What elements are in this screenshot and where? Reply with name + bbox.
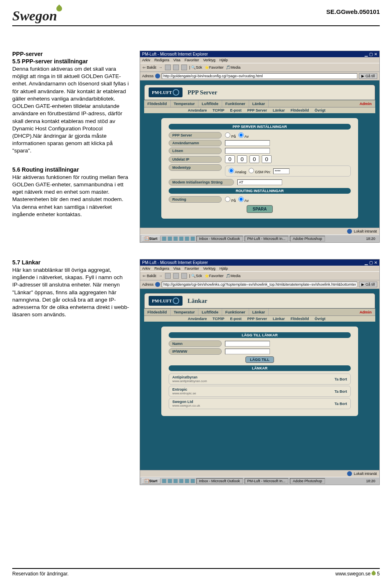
ip-d[interactable] <box>262 155 272 163</box>
zone-icon <box>347 229 352 234</box>
page-title-2: Länkar <box>187 298 207 304</box>
window-titlebar-2: PM-Luft - Microsoft Internet Explorer ▁ … <box>140 260 379 266</box>
menu-redigera[interactable]: Redigera <box>154 58 169 62</box>
address-bar-2[interactable]: Adress ▶ Gå till <box>140 280 379 289</box>
ip-a[interactable] <box>225 155 235 163</box>
links-header: LÄNKAR <box>169 365 351 371</box>
subtab-epost[interactable]: E-post <box>227 107 245 113</box>
tab-luftflode[interactable]: Luftflöde <box>198 100 222 107</box>
ie-icon <box>155 74 160 78</box>
tab-funktioner[interactable]: Funktioner <box>222 100 249 107</box>
label-routing: Routing <box>169 196 222 203</box>
windows-taskbar-2[interactable]: 🪟Start Inbox - Microsoft Outlook PM-Luft… <box>140 477 379 485</box>
task-pmluft[interactable]: PM-Luft - Microsoft In... <box>245 236 289 242</box>
radio-ppp-pa[interactable]: På <box>225 132 236 139</box>
menubar[interactable]: Arkiv Redigera Visa Favoriter Verktyg Hj… <box>140 57 379 63</box>
go-button-2[interactable]: ▶ Gå till <box>359 282 377 287</box>
radio-routing-pa[interactable]: På <box>225 197 236 203</box>
start-button[interactable]: 🪟Start <box>142 236 160 242</box>
section-5-5-title: 5.5 PPP-server inställningar <box>12 58 131 65</box>
label-pppserver: PPP Server <box>169 132 222 139</box>
tab-flodesbild[interactable]: Flödesbild <box>144 100 171 107</box>
radio-gsm[interactable]: GSM Pin: <box>249 168 271 174</box>
menu-verktyg[interactable]: Verktyg <box>203 58 215 62</box>
menu-favoriter[interactable]: Favoriter <box>185 58 199 62</box>
window-title: PM-Luft - Microsoft Internet Explorer <box>142 52 208 56</box>
link-name[interactable]: Antipiratbyran <box>172 375 198 379</box>
link-row: Entropicwww.entropic.se Ta Bort <box>169 386 351 397</box>
pmluft-logo: PM·LUFT <box>149 87 183 97</box>
section-routing-header: ROUTING INSTÄLLNINGAR <box>169 188 351 194</box>
url-input-2[interactable] <box>162 282 357 287</box>
taskbar-clock: 18:20 <box>363 236 378 241</box>
tab-lankar[interactable]: Länkar <box>249 100 269 107</box>
menubar-2[interactable]: Arkiv Redigera Visa Favoriter Verktyg Hj… <box>140 266 379 271</box>
label-username: Användarnamn <box>169 140 222 146</box>
browser-toolbar-2[interactable]: ⇦ Bakåt → | 🔍Sök ⭐Favoriter 🎵Media <box>140 271 379 280</box>
home-icon[interactable] <box>181 65 187 70</box>
input-password[interactable] <box>225 148 270 154</box>
section-5-6-body: Här aktiveras funktionen för routing mel… <box>12 174 131 218</box>
left-text-column-2: 5.7 Länkar Här kan snabblänkar till övri… <box>12 259 131 485</box>
screenshot-links: PM-Luft - Microsoft Internet Explorer ▁ … <box>140 259 380 485</box>
windows-taskbar[interactable]: 🪟Start Inbox - Microsoft Outlook PM-Luft… <box>140 235 379 242</box>
input-ipwww[interactable] <box>225 349 270 354</box>
go-button[interactable]: ▶ Gå till <box>359 73 377 79</box>
subtab-anvandare[interactable]: Användare <box>185 107 210 113</box>
radio-analog[interactable]: Analog <box>229 168 246 174</box>
ip-b[interactable] <box>237 155 247 163</box>
radio-routing-av[interactable]: Av <box>238 197 249 203</box>
url-input[interactable] <box>162 73 357 79</box>
input-linkname[interactable] <box>225 341 270 347</box>
subtab-ovrigt[interactable]: Övrigt <box>312 107 328 113</box>
input-modem-init[interactable] <box>237 179 282 185</box>
delete-link[interactable]: Ta Bort <box>334 377 347 381</box>
address-label: Adress <box>142 74 154 78</box>
search-button[interactable]: Sök <box>196 65 202 69</box>
page-viewport: PM·LUFT PPP Server Flödesbild Temperatur… <box>140 81 379 228</box>
stop-icon[interactable] <box>165 65 171 70</box>
subtab-flodesbild[interactable]: Flödesbild <box>287 107 312 113</box>
window-controls[interactable]: ▁ ▢ ✕ <box>365 52 377 56</box>
menu-hjalp[interactable]: Hjälp <box>219 58 228 62</box>
favorites-button[interactable]: Favoriter <box>209 65 224 69</box>
ie-icon-2 <box>155 282 160 287</box>
input-username[interactable] <box>225 140 270 146</box>
sub-tabs-2[interactable]: Användare TCP/IP E-post PPP Server Länka… <box>144 316 375 322</box>
sub-tabs[interactable]: Användare TCP/IP E-post PPP Server Länka… <box>144 107 375 113</box>
window-title-2: PM-Luft - Microsoft Internet Explorer <box>142 260 208 265</box>
menu-arkiv[interactable]: Arkiv <box>142 58 150 62</box>
radio-ppp-av[interactable]: Av <box>238 132 249 139</box>
link-url: www.antipiratbyran.com <box>172 379 207 383</box>
input-gsm-pin[interactable] <box>273 168 290 174</box>
browser-toolbar[interactable]: ⇦ Bakåt → | 🔍Sök ⭐Favoriter 🎵Media <box>140 63 379 72</box>
subtab-lankar[interactable]: Länkar <box>270 107 288 113</box>
back-button[interactable]: Bakåt <box>147 65 156 69</box>
tab-admin[interactable]: Admin <box>356 100 375 107</box>
task-outlook[interactable]: Inbox - Microsoft Outlook <box>196 236 243 242</box>
footer-disclaimer: Reservation för ändringar. <box>12 571 69 577</box>
section-5-7-body: Här kan snabblänkar till övriga aggregat… <box>12 266 131 319</box>
main-tabs-2[interactable]: Flödesbild Temperatur Luftflöde Funktion… <box>144 309 375 316</box>
settings-panel: PPP SERVER INSTÄLLNINGAR PPP Server På A… <box>160 117 359 219</box>
section-5-5-body: Denna funktion aktiveras om det skall va… <box>12 65 131 155</box>
section-5-6-title: 5.6 Routing inställningar <box>12 166 131 173</box>
page-footer: Reservation för ändringar. www.swegon.se… <box>12 568 380 577</box>
save-button[interactable]: SPARA <box>247 205 273 213</box>
page-header: Swegon SE.GGweb.050101 <box>12 8 380 26</box>
add-button[interactable]: LÄGG TILL <box>245 356 274 363</box>
footer-pageno: 5 <box>377 571 380 577</box>
section-ppp-header: PPP SERVER INSTÄLLNINGAR <box>169 124 351 130</box>
address-bar[interactable]: Adress ▶ Gå till <box>140 72 379 81</box>
media-button[interactable]: Media <box>230 65 241 69</box>
refresh-icon[interactable] <box>173 65 179 70</box>
tab-temperatur[interactable]: Temperatur <box>171 100 199 107</box>
add-links-header: LÄGG TILL LÄNKAR <box>169 332 351 338</box>
menu-visa[interactable]: Visa <box>174 58 180 62</box>
task-photoshop[interactable]: Adobe Photoshop <box>290 236 325 242</box>
window-controls-2[interactable]: ▁ ▢ ✕ <box>365 260 377 265</box>
subtab-pppserver[interactable]: PPP Server <box>245 107 270 113</box>
subtab-tcpip[interactable]: TCP/IP <box>210 107 227 113</box>
ip-c[interactable] <box>249 155 259 163</box>
main-tabs[interactable]: Flödesbild Temperatur Luftflöde Funktion… <box>144 100 375 107</box>
